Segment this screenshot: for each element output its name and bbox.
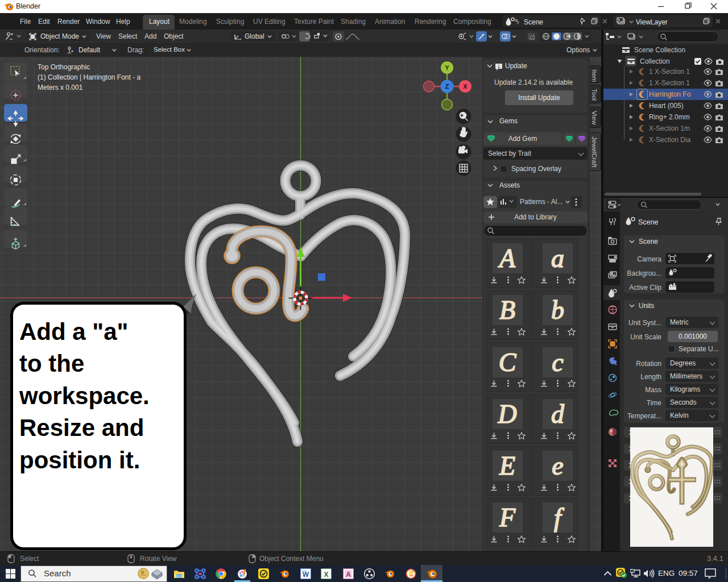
svg-text:Z: Z xyxy=(445,83,449,90)
svg-text:Y: Y xyxy=(445,64,449,71)
svg-text:X: X xyxy=(463,83,468,90)
svg-text:X: X xyxy=(324,571,328,579)
svg-text:W: W xyxy=(303,571,309,579)
svg-text:A: A xyxy=(346,571,351,579)
